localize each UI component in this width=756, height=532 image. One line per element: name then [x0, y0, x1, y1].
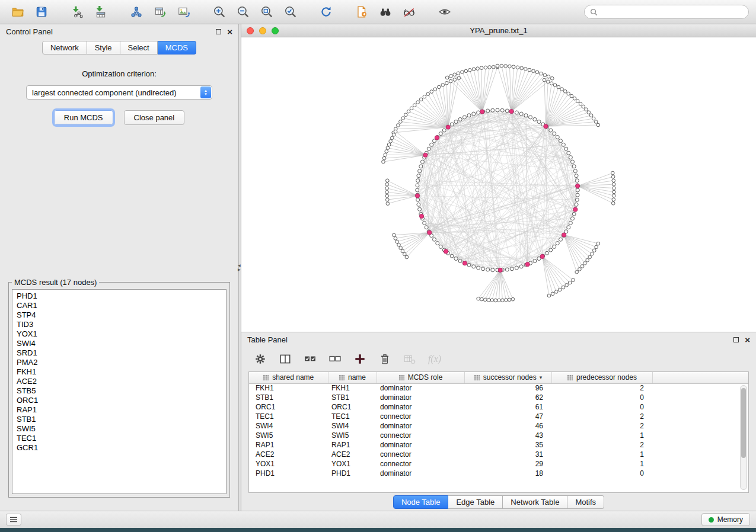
float-table-panel-icon[interactable] [733, 337, 739, 342]
delete-column-button[interactable] [375, 350, 394, 368]
search-network-button[interactable] [375, 3, 396, 21]
mcds-result-item[interactable]: SWI4 [12, 339, 226, 348]
network-graph[interactable] [241, 37, 756, 332]
table-row[interactable]: TEC1TEC1connector472 [249, 412, 748, 421]
export-document-icon [355, 5, 368, 18]
table-row[interactable]: STB1STB1dominator620 [249, 393, 748, 402]
clone-network-button[interactable] [149, 3, 171, 21]
zoom-fit-icon [260, 5, 273, 18]
table-scrollbar-thumb[interactable] [741, 388, 746, 458]
hide-details-button[interactable] [398, 3, 420, 21]
mcds-result-item[interactable]: STB5 [12, 386, 226, 396]
control-panel: Control Panel × NetworkStyleSelectMCDS O… [0, 24, 238, 511]
column-header-predecessor-nodes[interactable]: predecessor nodes [551, 372, 652, 383]
export-image-button[interactable] [173, 3, 194, 21]
table-row[interactable]: PHD1PHD1dominator180 [249, 469, 748, 478]
new-network-button[interactable] [126, 3, 147, 21]
tab-mcds[interactable]: MCDS [158, 41, 196, 55]
mcds-result-item[interactable]: CAR1 [12, 301, 226, 310]
mcds-result-item[interactable]: SWI5 [12, 424, 226, 434]
zoom-in-button[interactable] [209, 3, 230, 21]
import-table-button[interactable] [90, 3, 111, 21]
export-document-button[interactable] [351, 3, 372, 21]
mcds-result-item[interactable]: PHD1 [12, 291, 226, 301]
close-panel-icon[interactable]: × [227, 27, 232, 36]
table-row[interactable]: YOX1YOX1connector291 [249, 459, 748, 469]
zoom-out-button[interactable] [232, 3, 254, 21]
list-icon [9, 516, 18, 523]
tab-select[interactable]: Select [120, 41, 158, 55]
main-toolbar-icons [7, 3, 455, 21]
mcds-result-item[interactable]: STB1 [12, 415, 226, 424]
run-mcds-button[interactable]: Run MCDS [54, 110, 113, 125]
mcds-result-item[interactable]: TID3 [12, 320, 226, 329]
table-row[interactable]: FKH1FKH1dominator962 [249, 383, 748, 393]
mcds-result-list[interactable]: PHD1CAR1STP4TID3YOX1SWI4SRD1PMA2FKH1ACE2… [12, 289, 227, 494]
select-stepper-icon: ▲▼ [200, 86, 211, 98]
table-tab-edge-table[interactable]: Edge Table [448, 495, 503, 509]
close-panel-button[interactable]: Close panel [124, 110, 185, 125]
column-header-successor-nodes[interactable]: successor nodes▾ [464, 372, 551, 383]
show-log-button[interactable] [6, 514, 21, 525]
control-panel-header: Control Panel × [0, 24, 238, 39]
mcds-result-item[interactable]: STP4 [12, 310, 226, 320]
optimization-select[interactable]: largest connected component (undirected)… [26, 85, 212, 100]
tab-style[interactable]: Style [87, 41, 120, 55]
zoom-out-icon [237, 5, 250, 18]
mcds-result-item[interactable]: SRD1 [12, 348, 226, 358]
close-table-panel-icon[interactable]: × [745, 335, 750, 344]
search-box[interactable] [584, 5, 749, 19]
table-row[interactable]: SWI5SWI5connector431 [249, 431, 748, 440]
mcds-result-item[interactable]: RAP1 [12, 405, 226, 415]
toggle-panel-icon [279, 352, 292, 366]
network-canvas[interactable] [241, 37, 756, 332]
network-window-titlebar: YPA_prune.txt_1 [241, 24, 756, 37]
column-header-shared-name[interactable]: shared name [249, 372, 328, 383]
mcds-result-item[interactable]: GCR1 [12, 443, 226, 453]
delete-table-icon [403, 352, 416, 366]
float-panel-icon[interactable] [216, 29, 221, 34]
table-gear-button[interactable] [251, 350, 270, 368]
table-row[interactable]: RAP1RAP1dominator352 [249, 440, 748, 450]
table-row[interactable]: ACE2ACE2connector311 [249, 450, 748, 459]
search-input[interactable] [601, 8, 743, 17]
mcds-result-item[interactable]: PMA2 [12, 358, 226, 367]
mcds-result-group: MCDS result (17 nodes) PHD1CAR1STP4TID3Y… [8, 278, 230, 498]
mcds-result-item[interactable]: FKH1 [12, 367, 226, 377]
mcds-result-item[interactable]: YOX1 [12, 329, 226, 339]
mcds-result-item[interactable]: ORC1 [12, 396, 226, 405]
tab-network[interactable]: Network [42, 41, 87, 55]
table-tab-network-table[interactable]: Network Table [503, 495, 567, 509]
add-column-button[interactable] [350, 350, 369, 368]
save-button[interactable] [31, 3, 52, 21]
deselect-all-button[interactable] [326, 350, 344, 368]
column-header-name[interactable]: name [328, 372, 377, 383]
splitter-arrows-icon[interactable]: ◀▶ [238, 264, 241, 272]
control-panel-title: Control Panel [6, 27, 53, 36]
apply-layout-button[interactable] [315, 3, 337, 21]
table-tab-node-table[interactable]: Node Table [393, 495, 449, 509]
zoom-fit-button[interactable] [256, 3, 277, 21]
apply-layout-icon [320, 5, 333, 18]
mcds-result-item[interactable]: TEC1 [12, 434, 226, 443]
node-table: shared namenameMCDS rolesuccessor nodes▾… [248, 371, 749, 493]
save-icon [35, 5, 48, 18]
table-row[interactable]: SWI4SWI4dominator462 [249, 421, 748, 431]
select-all-button[interactable] [301, 350, 320, 368]
show-details-button[interactable] [434, 3, 455, 21]
import-network-button[interactable] [66, 3, 88, 21]
memory-button[interactable]: Memory [701, 513, 750, 526]
table-row[interactable]: ORC1ORC1dominator610 [249, 402, 748, 412]
column-header-MCDS-role[interactable]: MCDS role [377, 372, 464, 383]
table-panel-header: Table Panel × [241, 332, 756, 347]
table-scrollbar[interactable] [740, 385, 747, 490]
select-all-icon [304, 352, 317, 366]
zoom-selected-button[interactable] [280, 3, 301, 21]
mcds-result-item[interactable]: ACE2 [12, 377, 226, 386]
open-folder-button[interactable] [7, 3, 28, 21]
new-network-icon [130, 5, 143, 18]
show-details-icon [438, 5, 451, 18]
table-tab-motifs[interactable]: Motifs [567, 495, 604, 509]
toggle-panel-button[interactable] [276, 350, 295, 368]
desktop: Control Panel × NetworkStyleSelectMCDS O… [0, 0, 756, 532]
